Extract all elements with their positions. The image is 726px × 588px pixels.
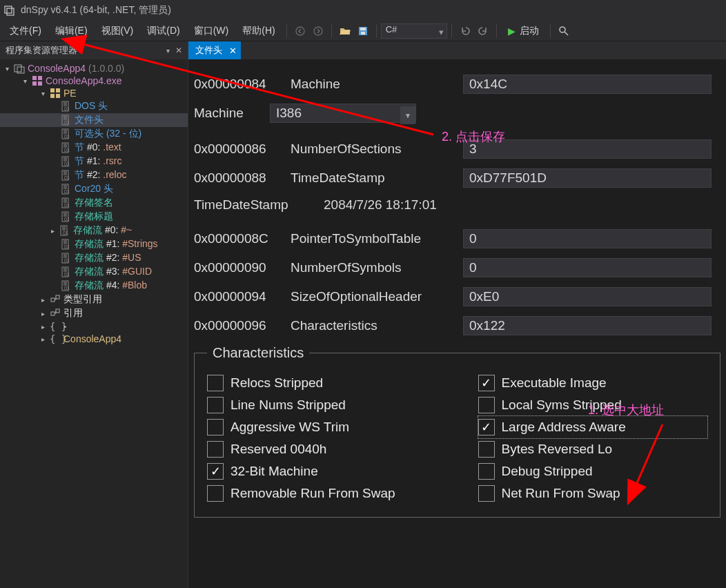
tree-item[interactable]: 01节 #0: .text (0, 141, 188, 155)
checkbox-box: ✓ (207, 463, 224, 480)
panel-close-button[interactable]: ✕ (175, 46, 182, 55)
file-icon: 01 (61, 197, 72, 208)
field-name: PointerToSymbolTable (291, 231, 463, 246)
characteristic-checkbox[interactable]: Net Run From Swap (478, 482, 708, 504)
characteristic-checkbox[interactable]: ✓Large Address Aware (478, 416, 708, 438)
svg-point-7 (560, 27, 565, 32)
document-tabs: 文件头 ✕ (188, 41, 726, 59)
tree-item[interactable]: 01节 #1: .rsrc (0, 155, 188, 168)
chevron-down-icon[interactable]: ▼ (400, 106, 415, 124)
svg-rect-5 (360, 28, 366, 30)
file-icon: 01 (61, 128, 72, 139)
tree-item[interactable]: 01存储流 #4: #Blob (0, 279, 188, 293)
redo-button[interactable] (475, 23, 491, 39)
characteristic-checkbox[interactable]: Relocs Stripped (207, 372, 437, 394)
field-value-input[interactable] (463, 139, 712, 159)
document-tab-label: 文件头 (195, 44, 222, 57)
tree-item[interactable]: 01存储流 #1: #Strings (0, 237, 188, 251)
tree-item[interactable]: 01DOS 头 (0, 99, 188, 113)
characteristic-checkbox[interactable]: Reserved 0040h (207, 438, 437, 460)
characteristic-checkbox[interactable]: ✓32-Bit Machine (207, 460, 437, 482)
field-name: Characteristics (291, 318, 463, 333)
panel-header: 程序集资源管理器 ▾ ✕ (0, 41, 188, 59)
checkbox-label: Reserved 0040h (230, 442, 326, 457)
field-value-input[interactable] (463, 75, 712, 94)
file-icon: 01 (61, 239, 72, 250)
open-button[interactable] (337, 23, 353, 39)
file-icon: 01 (59, 225, 70, 236)
checkbox-label: 32-Bit Machine (230, 464, 318, 479)
svg-text:01: 01 (64, 134, 70, 139)
menu-window[interactable]: 窗口(W) (187, 22, 236, 40)
tree-item[interactable]: 01节 #2: .reloc (0, 168, 188, 182)
checkbox-label: Line Nums Stripped (230, 398, 346, 413)
search-button[interactable] (556, 23, 571, 39)
nav-forward-button[interactable] (311, 23, 326, 39)
tree-item[interactable]: 01存储流 #3: #GUID (0, 265, 188, 279)
tree-item[interactable]: 01存储签名 (0, 196, 188, 210)
tree-module[interactable]: ▾ ConsoleApp4.exe (0, 75, 188, 87)
panel-title: 程序集资源管理器 (6, 44, 77, 57)
document-area: 文件头 ✕ 0x00000084MachineMachine▼0x0000008… (188, 41, 726, 588)
tree-assembly-root[interactable]: ▾ ConsoleApp4 (1.0.0.0) (0, 62, 188, 75)
tree-item[interactable]: ▸{ }- (0, 320, 188, 333)
panel-menu-icon[interactable]: ▾ (166, 47, 170, 55)
field-value-input[interactable] (463, 168, 712, 188)
characteristic-checkbox[interactable]: ✓Executable Image (478, 372, 708, 394)
field-row: 0x00000084Machine (194, 75, 720, 94)
characteristic-checkbox[interactable]: Removable Run From Swap (207, 482, 437, 504)
svg-text:01: 01 (64, 175, 70, 180)
tree-item[interactable]: 01文件头 (0, 113, 188, 127)
svg-rect-6 (361, 32, 365, 35)
field-value-input[interactable] (463, 258, 712, 277)
language-combo[interactable]: C# ▾ (381, 23, 447, 39)
field-value-input[interactable] (463, 316, 712, 335)
characteristic-checkbox[interactable]: Local Syms Stripped (478, 394, 708, 416)
characteristic-checkbox[interactable]: Debug Stripped (478, 460, 708, 482)
checkbox-box (207, 375, 224, 391)
svg-text:01: 01 (64, 258, 70, 263)
undo-button[interactable] (458, 23, 473, 39)
characteristic-checkbox[interactable]: Aggressive WS Trim (207, 416, 437, 438)
file-icon: 01 (61, 184, 72, 195)
field-value-input[interactable] (463, 287, 712, 306)
menu-edit[interactable]: 编辑(E) (48, 22, 95, 40)
tree-item[interactable]: ▸{ }ConsoleApp4 (0, 333, 188, 345)
svg-text:01: 01 (64, 148, 70, 153)
menu-file[interactable]: 文件(F) (3, 22, 48, 40)
checkbox-box (478, 485, 495, 502)
checkbox-label: Aggressive WS Trim (230, 420, 349, 435)
save-button[interactable] (355, 23, 371, 39)
field-select[interactable] (270, 104, 416, 123)
menu-view[interactable]: 视图(V) (95, 22, 141, 40)
nav-back-button[interactable] (293, 23, 308, 39)
svg-rect-15 (56, 88, 60, 92)
assembly-icon (14, 63, 25, 74)
svg-text:01: 01 (64, 161, 70, 166)
tree-pe[interactable]: ▾ PE (0, 87, 188, 99)
field-name: NumberOfSymbols (291, 260, 463, 275)
tree-item[interactable]: 01存储流 #2: #US (0, 251, 188, 265)
field-value-input[interactable] (463, 229, 712, 248)
start-debug-button[interactable]: ▶ 启动 (501, 23, 546, 39)
menu-debug[interactable]: 调试(D) (140, 22, 186, 40)
field-name: TimeDateStamp (291, 170, 463, 186)
window-title: dnSpy v6.4.1 (64-bit, .NET, 管理员) (21, 4, 171, 17)
tree-item[interactable]: 01可选头 (32 - 位) (0, 127, 188, 141)
tree-item[interactable]: ▸01存储流 #0: #~ (0, 224, 188, 237)
tree-item[interactable]: 01存储标题 (0, 210, 188, 224)
svg-text:01: 01 (64, 272, 70, 277)
characteristic-checkbox[interactable]: Line Nums Stripped (207, 394, 437, 416)
field-name: Machine (291, 77, 463, 92)
close-icon[interactable]: ✕ (229, 46, 237, 56)
field-row: 0x00000086NumberOfSections (194, 139, 720, 159)
tree-item[interactable]: ▸类型引用 (0, 293, 188, 306)
menu-help[interactable]: 帮助(H) (235, 22, 282, 40)
characteristic-checkbox[interactable]: Bytes Reversed Lo (478, 438, 708, 460)
tree-item[interactable]: ▸引用 (0, 306, 188, 320)
document-tab-fileheader[interactable]: 文件头 ✕ (188, 41, 241, 59)
chevron-down-icon: ▾ (439, 27, 444, 37)
checkbox-box (207, 419, 224, 435)
tree-item[interactable]: 01Cor20 头 (0, 182, 188, 196)
file-icon: 01 (61, 156, 72, 167)
